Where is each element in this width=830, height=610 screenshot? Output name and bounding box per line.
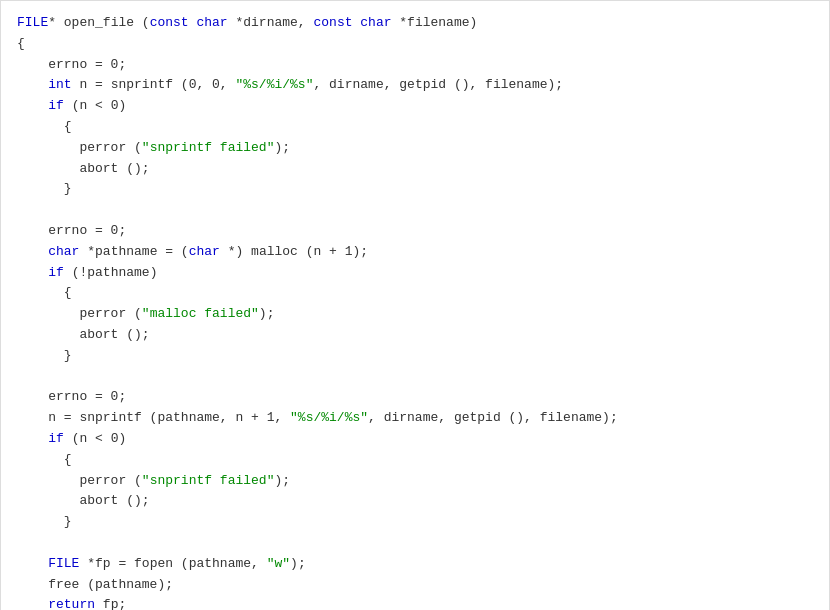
line-19: errno = 0; — [17, 389, 126, 404]
line-29: return fp; — [17, 597, 126, 610]
line-18 — [17, 369, 25, 384]
line-21: if (n < 0) — [17, 431, 126, 446]
line-1: FILE* open_file (const char *dirname, co… — [17, 15, 477, 30]
line-8: abort (); — [17, 161, 150, 176]
line-26 — [17, 535, 25, 550]
line-2: { — [17, 36, 25, 51]
line-13: if (!pathname) — [17, 265, 157, 280]
line-23: perror ("snprintf failed"); — [17, 473, 290, 488]
line-27: FILE *fp = fopen (pathname, "w"); — [17, 556, 306, 571]
line-7: perror ("snprintf failed"); — [17, 140, 290, 155]
line-12: char *pathname = (char *) malloc (n + 1)… — [17, 244, 368, 259]
line-10 — [17, 202, 25, 217]
line-16: abort (); — [17, 327, 150, 342]
line-28: free (pathname); — [17, 577, 173, 592]
line-17: } — [17, 348, 72, 363]
line-4: int n = snprintf (0, 0, "%s/%i/%s", dirn… — [17, 77, 563, 92]
line-25: } — [17, 514, 72, 529]
line-5: if (n < 0) — [17, 98, 126, 113]
line-14: { — [17, 285, 72, 300]
line-20: n = snprintf (pathname, n + 1, "%s/%i/%s… — [17, 410, 618, 425]
line-24: abort (); — [17, 493, 150, 508]
line-15: perror ("malloc failed"); — [17, 306, 274, 321]
code-viewer: FILE* open_file (const char *dirname, co… — [0, 0, 830, 610]
code-content: FILE* open_file (const char *dirname, co… — [17, 13, 813, 610]
line-6: { — [17, 119, 72, 134]
line-3: errno = 0; — [17, 57, 126, 72]
line-9: } — [17, 181, 72, 196]
line-22: { — [17, 452, 72, 467]
line-11: errno = 0; — [17, 223, 126, 238]
